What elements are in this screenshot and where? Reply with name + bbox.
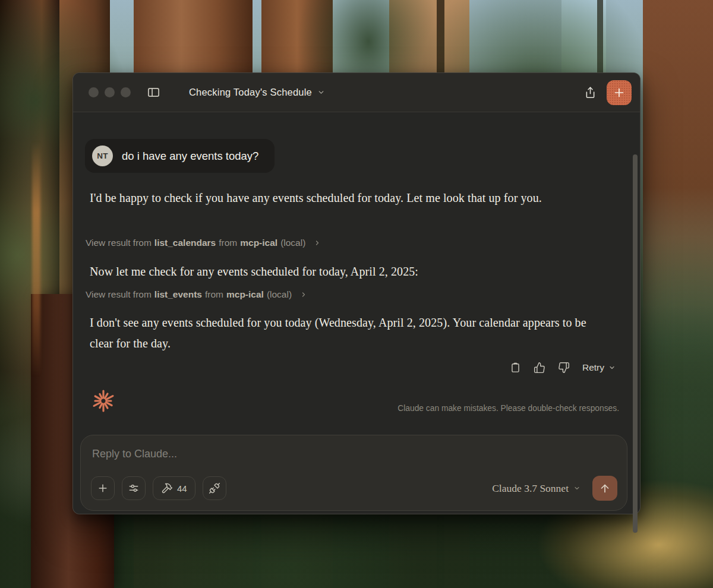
reply-input[interactable] (92, 448, 460, 460)
user-message-text: do i have any events today? (122, 150, 258, 163)
connectors-button[interactable] (203, 476, 226, 500)
send-button[interactable] (592, 476, 617, 501)
tool-result-connector: from (219, 238, 237, 248)
conversation-title-menu[interactable]: Checking Today's Schedule (189, 87, 325, 98)
composer-toolbar: 44 (91, 476, 226, 500)
arrow-up-icon (598, 482, 611, 495)
chevron-down-icon (317, 88, 325, 96)
tool-name: list_events (154, 289, 202, 300)
tool-server-name: mcp-ical (226, 289, 264, 300)
user-avatar: NT (92, 146, 113, 166)
sunlit-trunk-edge (32, 141, 40, 377)
conversation-title: Checking Today's Schedule (189, 87, 312, 98)
retry-button[interactable]: Retry (582, 362, 616, 373)
claude-starburst-logo (92, 389, 115, 413)
assistant-paragraph: I don't see any events scheduled for you… (90, 312, 592, 354)
user-message-row: NT do i have any events today? (85, 139, 275, 173)
copy-button[interactable] (510, 362, 521, 374)
assistant-paragraph: I'd be happy to check if you have any ev… (90, 188, 592, 208)
disclaimer-text: Claude can make mistakes. Please double-… (397, 404, 619, 413)
user-message-bubble: NT do i have any events today? (85, 139, 275, 173)
traffic-light-minimize[interactable] (105, 87, 115, 97)
tool-result-prefix: View result from (86, 238, 152, 248)
traffic-light-zoom[interactable] (121, 87, 131, 97)
sidebar-toggle-button[interactable] (147, 86, 160, 99)
share-icon (584, 86, 597, 99)
thumbs-down-button[interactable] (558, 362, 570, 374)
sidebar-toggle-icon (147, 86, 160, 99)
settings-sliders-button[interactable] (122, 476, 146, 500)
new-chat-button[interactable] (607, 80, 632, 105)
tool-server-scope: (local) (267, 289, 292, 300)
composer: 44 Claude 3.7 Sonnet (80, 435, 627, 511)
window-controls (89, 87, 131, 97)
share-button[interactable] (584, 86, 597, 99)
thumbs-up-icon (534, 362, 545, 374)
tool-server-name: mcp-ical (240, 238, 277, 248)
claude-app-window: Checking Today's Schedule NT do i hav (72, 72, 641, 514)
clipboard-copy-icon (510, 362, 521, 374)
plug-icon (209, 482, 220, 494)
plus-icon (613, 86, 626, 99)
model-name: Claude 3.7 Sonnet (492, 482, 569, 495)
chevron-right-icon (314, 239, 321, 246)
traffic-light-close[interactable] (89, 87, 99, 97)
chevron-down-icon (573, 485, 581, 492)
model-selector[interactable]: Claude 3.7 Sonnet (492, 482, 581, 495)
message-actions: Retry (510, 362, 616, 374)
chevron-right-icon (300, 291, 307, 298)
hammer-icon (161, 482, 173, 494)
tool-result-link-list-events[interactable]: View result from list_events from mcp-ic… (86, 289, 307, 300)
tools-button[interactable]: 44 (153, 476, 195, 500)
sliders-icon (128, 482, 140, 494)
chevron-down-icon (608, 364, 616, 371)
chat-content: NT do i have any events today? I'd be ha… (73, 112, 640, 514)
tool-result-prefix: View result from (86, 289, 152, 300)
retry-label: Retry (582, 362, 604, 373)
attach-button[interactable] (91, 476, 115, 500)
tool-name: list_calendars (154, 238, 216, 248)
thumbs-up-button[interactable] (534, 362, 545, 374)
plus-icon (97, 482, 109, 494)
assistant-paragraph: Now let me check for any events schedule… (90, 261, 592, 282)
thumbs-down-icon (558, 362, 570, 374)
titlebar-actions (584, 80, 632, 105)
titlebar: Checking Today's Schedule (73, 73, 640, 112)
tools-count: 44 (177, 483, 187, 494)
tool-server-scope: (local) (280, 238, 305, 248)
tool-result-connector: from (205, 289, 223, 300)
scrollbar-thumb[interactable] (633, 154, 638, 533)
tool-result-link-list-calendars[interactable]: View result from list_calendars from mcp… (86, 238, 321, 248)
composer-right: Claude 3.7 Sonnet (492, 476, 617, 501)
